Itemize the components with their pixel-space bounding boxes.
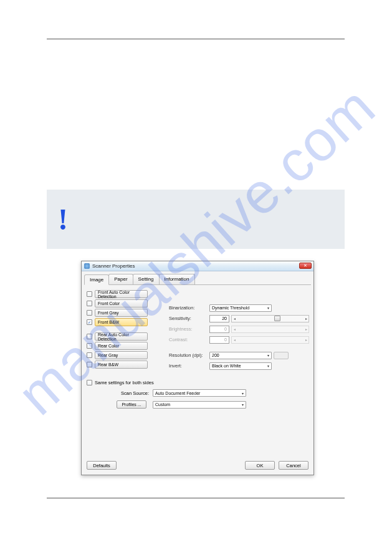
settings-column: Binarization: Dynamic Threshold Sensitiv… xyxy=(169,304,309,372)
same-settings-checkbox[interactable] xyxy=(87,380,92,385)
same-settings-label: Same settings for both sides xyxy=(95,380,154,385)
invert-label: Invert: xyxy=(169,363,209,369)
tab-information[interactable]: Information xyxy=(159,274,195,284)
profiles-button[interactable]: Profiles ... xyxy=(117,400,146,409)
sensitivity-row: Sensitivity: 20 ◂ ▸ xyxy=(169,314,309,322)
sensitivity-label: Sensitivity: xyxy=(169,316,209,321)
front-color-button[interactable]: Front Color xyxy=(95,299,148,308)
invert-row: Invert: Black on White xyxy=(169,362,309,370)
front-color-checkbox[interactable] xyxy=(87,301,92,306)
dialog-button-bar: Defaults OK Cancel xyxy=(82,457,313,475)
tab-paper[interactable]: Paper xyxy=(108,274,133,284)
scan-source-combo[interactable]: Auto Document Feeder xyxy=(153,389,246,397)
cancel-button[interactable]: Cancel xyxy=(279,461,308,470)
rear-gray-button[interactable]: Rear Gray xyxy=(95,351,148,359)
sensitivity-slider[interactable]: ◂ ▸ xyxy=(231,315,309,322)
tab-strip: Image Paper Setting Information xyxy=(84,274,311,285)
rear-bw-button[interactable]: Rear B&W xyxy=(95,361,148,369)
contrast-row: Contrast: 0 ◂ ▸ xyxy=(169,336,309,344)
rear-color-checkbox[interactable] xyxy=(87,343,92,349)
front-bw-button[interactable]: Front B&W xyxy=(95,318,148,326)
sensitivity-thumb[interactable] xyxy=(274,316,280,321)
close-button[interactable]: ✕ xyxy=(299,263,312,269)
slider-right-icon: ▸ xyxy=(304,327,308,331)
resolution-label: Resolution (dpi): xyxy=(169,352,209,358)
resolution-extra-button[interactable] xyxy=(274,352,289,359)
resolution-row: Resolution (dpi): 200 xyxy=(169,351,309,359)
scan-source-label: Scan Source: xyxy=(117,390,153,396)
front-gray-checkbox[interactable] xyxy=(87,310,92,316)
binarization-combo[interactable]: Dynamic Threshold xyxy=(209,304,272,312)
resolution-combo[interactable]: 200 xyxy=(209,352,272,359)
slider-left-icon: ◂ xyxy=(232,327,237,331)
notice-box: ! xyxy=(47,190,345,249)
scan-source-row: Scan Source: Auto Document Feeder xyxy=(117,389,308,397)
slider-right-icon: ▸ xyxy=(304,316,308,321)
tab-image[interactable]: Image xyxy=(84,274,109,285)
brightness-label: Brightness: xyxy=(169,326,209,332)
contrast-slider: ◂ ▸ xyxy=(231,336,309,344)
app-icon xyxy=(84,263,90,269)
sensitivity-value[interactable]: 20 xyxy=(209,315,229,322)
front-bw-checkbox[interactable]: ✓ xyxy=(87,319,92,325)
rear-auto-button[interactable]: Rear Auto Color Detection xyxy=(95,332,148,341)
brightness-row: Brightness: 0 ◂ ▸ xyxy=(169,325,309,333)
rear-color-button[interactable]: Rear Color xyxy=(95,342,148,350)
profiles-row: Profiles ... Custom xyxy=(117,400,308,409)
ok-button[interactable]: OK xyxy=(245,461,275,470)
rear-auto-checkbox[interactable] xyxy=(87,334,92,339)
tab-setting[interactable]: Setting xyxy=(133,274,160,284)
contrast-value: 0 xyxy=(209,336,229,344)
front-auto-checkbox[interactable] xyxy=(87,291,92,297)
bottom-divider xyxy=(47,498,345,498)
front-gray-button[interactable]: Front Gray xyxy=(95,309,148,317)
front-auto-row: Front Auto Color Detection xyxy=(87,290,308,298)
image-panel: Front Auto Color Detection Front Color F… xyxy=(82,285,313,414)
rear-bw-checkbox[interactable] xyxy=(87,362,92,367)
same-settings-row: Same settings for both sides xyxy=(87,380,308,385)
defaults-button[interactable]: Defaults xyxy=(87,461,117,470)
slider-left-icon: ◂ xyxy=(232,316,237,321)
top-divider xyxy=(47,39,345,39)
slider-left-icon: ◂ xyxy=(232,337,237,342)
titlebar: Scanner Properties ✕ xyxy=(82,261,313,271)
binarization-row: Binarization: Dynamic Threshold xyxy=(169,304,309,312)
front-auto-button[interactable]: Front Auto Color Detection xyxy=(95,290,148,298)
invert-combo[interactable]: Black on White xyxy=(209,362,272,370)
scanner-properties-dialog: Scanner Properties ✕ Image Paper Setting… xyxy=(81,261,314,475)
binarization-label: Binarization: xyxy=(169,305,209,311)
slider-right-icon: ▸ xyxy=(304,337,308,342)
contrast-label: Contrast: xyxy=(169,337,209,342)
profiles-combo[interactable]: Custom xyxy=(153,401,246,409)
ok-cancel-group: OK Cancel xyxy=(245,461,308,470)
rear-gray-checkbox[interactable] xyxy=(87,352,92,358)
exclamation-icon: ! xyxy=(58,202,68,236)
dialog-title: Scanner Properties xyxy=(92,263,135,269)
brightness-slider: ◂ ▸ xyxy=(231,326,309,333)
brightness-value: 0 xyxy=(209,326,229,333)
